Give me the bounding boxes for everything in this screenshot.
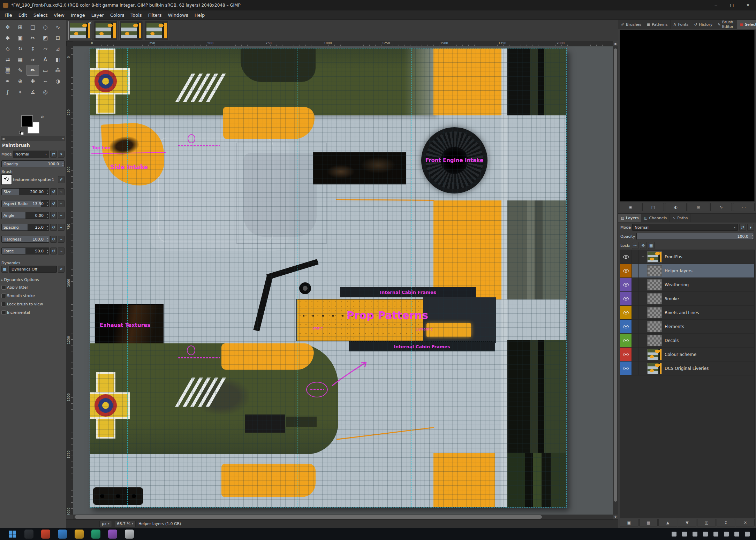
swap-colors-icon[interactable]: ⇄ [41, 115, 44, 119]
visibility-toggle[interactable] [620, 292, 632, 305]
duplicate-layer-button[interactable]: ◫ [697, 519, 716, 526]
chain-cell[interactable] [632, 264, 639, 277]
delete-layer-button[interactable]: ✕ [736, 519, 755, 526]
taskbar-app-6[interactable] [108, 530, 117, 539]
cage-transform-tool[interactable]: ▦ [14, 54, 27, 65]
fuzzy-select-tool[interactable]: ✱ [1, 32, 14, 43]
dock-tab-history[interactable]: ↺History [691, 20, 715, 29]
tray-icon-1[interactable] [672, 532, 676, 537]
reset-icon[interactable]: ↺ [50, 188, 57, 195]
dynamics-options-expander[interactable]: ▸ Dynamics Options [1, 277, 65, 282]
eraser-tool[interactable]: ▭ [39, 65, 52, 76]
menu-file[interactable]: File [1, 11, 15, 19]
scissors-select-tool[interactable]: ✂ [27, 32, 39, 43]
taskbar-app-5[interactable] [91, 530, 100, 539]
incremental-checkbox[interactable]: Incremental [1, 310, 65, 315]
visibility-toggle[interactable] [620, 278, 632, 291]
maximize-button[interactable]: ▢ [724, 0, 740, 10]
menu-help[interactable]: Help [191, 11, 208, 19]
chain-cell[interactable] [632, 334, 639, 347]
close-tab-icon[interactable]: ✕ [89, 21, 91, 25]
free-select-tool[interactable]: ∿ [52, 22, 64, 32]
menu-windows[interactable]: Windows [165, 11, 191, 19]
visibility-toggle[interactable] [620, 334, 632, 347]
reset-icon[interactable]: ↺ [50, 236, 57, 243]
menu-view[interactable]: View [51, 11, 68, 19]
anchor-layer-button[interactable]: ↧ [717, 519, 735, 526]
taskbar-app-4[interactable] [75, 530, 84, 539]
link-icon[interactable]: ⌁ [58, 200, 65, 207]
expander-icon[interactable]: − [640, 255, 646, 259]
dodge-burn-tool[interactable]: ◑ [52, 76, 64, 86]
dynamics-select[interactable]: Dynamics Off [9, 266, 57, 273]
menu-colors[interactable]: Colors [107, 11, 128, 19]
layer-row-colour-scheme[interactable]: Colour Scheme [620, 348, 754, 362]
edit-brush-icon[interactable]: ✐ [58, 176, 65, 183]
visibility-toggle[interactable] [620, 362, 632, 375]
tab-layers[interactable]: ▤Layers [618, 214, 641, 222]
layer-row-rivets-and-lines[interactable]: Rivets and Lines [620, 306, 754, 320]
reset-icon[interactable]: ↺ [50, 212, 57, 219]
layer-row-elements[interactable]: Elements [620, 320, 754, 334]
foreground-color-swatch[interactable] [21, 115, 33, 127]
menu-edit[interactable]: Edit [15, 11, 30, 19]
zoom-fit-toggle-icon[interactable]: ▣ [613, 41, 618, 46]
color-picker-tool[interactable]: ⌖ [14, 86, 27, 97]
link-icon[interactable]: ⌁ [58, 248, 65, 254]
spacing-slider[interactable]: Spacing25.0▴▾ [1, 224, 49, 231]
chain-cell[interactable] [632, 362, 639, 375]
aspect-ratio-slider[interactable]: Aspect Ratio13.30▴▾ [1, 200, 49, 207]
dock-tab-brushes[interactable]: ✐Brushes [618, 20, 644, 29]
shear-tool[interactable]: ▱ [39, 43, 52, 54]
ink-tool[interactable]: ✒ [1, 76, 14, 86]
select-by-color-tool[interactable]: ▣ [14, 32, 27, 43]
hardness-slider[interactable]: Hardness100.0▴▾ [1, 236, 49, 243]
dock-tab-fonts[interactable]: AFonts [671, 20, 691, 29]
mode-switch-icon[interactable]: ⇄ [50, 151, 57, 158]
tray-icon-3[interactable] [693, 532, 697, 537]
layer-row-helper-layers[interactable]: Helper layers [620, 264, 754, 278]
dock-tab-selection[interactable]: ■Selection [737, 20, 756, 29]
zoom-select[interactable]: 66.7 %▾ [115, 521, 136, 527]
select-none-button[interactable]: □ [642, 203, 664, 211]
reset-icon[interactable]: ↺ [50, 200, 57, 207]
size-slider[interactable]: Size200.00▴▾ [1, 188, 49, 195]
raise-layer-button[interactable]: ▲ [658, 519, 677, 526]
tray-icon-6[interactable] [724, 532, 729, 537]
tab-paths[interactable]: ∿Paths [670, 214, 690, 222]
ruler-corner[interactable] [66, 41, 73, 46]
apply-jitter-checkbox[interactable]: Apply Jitter [1, 285, 65, 290]
taskbar-app-3[interactable] [58, 530, 67, 539]
unit-select[interactable]: px▾ [99, 521, 112, 527]
lock-alpha-icon[interactable]: ▦ [648, 242, 655, 249]
lower-layer-button[interactable]: ▼ [678, 519, 697, 526]
foreground-select-tool[interactable]: ◩ [39, 32, 52, 43]
navigation-button[interactable]: ✥ [613, 515, 618, 519]
heal-tool[interactable]: ✚ [27, 76, 39, 86]
visibility-toggle[interactable] [620, 306, 632, 319]
canvas-image[interactable]: Side Intake Top line Front Engine Intake [90, 48, 566, 507]
opacity-slider[interactable]: Opacity 100.0 ▴▾ [1, 160, 65, 167]
move-tool[interactable]: ✥ [1, 22, 14, 32]
zoom-tool[interactable]: ◎ [39, 86, 52, 97]
layer-row-weathering[interactable]: Weathering [620, 278, 754, 292]
airbrush-tool[interactable]: ⁂ [52, 65, 64, 76]
link-icon[interactable]: ⌁ [58, 188, 65, 195]
mode-menu-icon[interactable]: ▾ [747, 224, 754, 231]
new-layer-button[interactable]: ▣ [620, 519, 638, 526]
visibility-toggle[interactable] [620, 250, 632, 264]
vertical-ruler[interactable]: 025050075010001250150017502000 [66, 46, 73, 515]
chain-cell[interactable] [632, 320, 639, 333]
color-swatches[interactable]: ⇄ [19, 115, 46, 136]
visibility-toggle[interactable] [620, 264, 632, 277]
smooth-stroke-checkbox[interactable]: Smooth stroke [1, 294, 65, 298]
rectangle-select-tool[interactable]: □ [27, 22, 39, 32]
mode-menu-icon[interactable]: ▾ [58, 151, 65, 158]
invert-selection-button[interactable]: ◐ [665, 203, 687, 211]
tab-channels[interactable]: ◫Channels [641, 214, 670, 222]
layer-opacity-slider[interactable]: 100.0 ▴▾ [636, 233, 754, 240]
new-group-button[interactable]: ▦ [639, 519, 658, 526]
scale-tool[interactable]: ↕ [27, 43, 39, 54]
stroke-selection-button[interactable]: ▭ [733, 203, 755, 211]
gradient-tool[interactable]: ▒ [1, 65, 14, 76]
